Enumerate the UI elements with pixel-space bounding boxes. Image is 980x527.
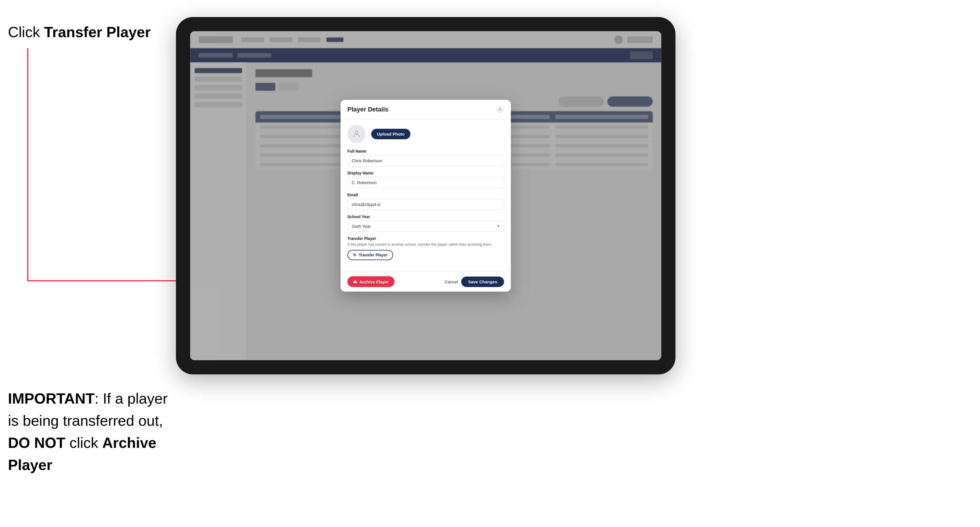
instruction-bold: Transfer Player (44, 24, 151, 40)
cancel-button[interactable]: Cancel (445, 279, 458, 284)
school-year-label: School Year (347, 214, 504, 219)
player-details-modal: Player Details × (340, 100, 511, 292)
modal-overlay: Player Details × (190, 31, 661, 360)
modal-close-button[interactable]: × (496, 105, 504, 113)
archive-player-button[interactable]: ⏏ Archive Player (347, 276, 395, 287)
player-avatar (347, 125, 366, 143)
svg-point-0 (355, 131, 358, 134)
do-not-label: DO NOT (8, 435, 65, 451)
transfer-section-label: Transfer Player (347, 236, 504, 241)
display-name-label: Display Name (347, 171, 504, 175)
transfer-section-description: If this player has moved to another scho… (347, 242, 504, 247)
transfer-player-section: Transfer Player If this player has moved… (347, 236, 504, 260)
tablet-device: Player Details × (176, 17, 676, 375)
transfer-button-label: Transfer Player (359, 253, 387, 257)
instruction-bottom: IMPORTANT: If a player is being transfer… (8, 387, 173, 476)
annotation-line-vertical (27, 48, 29, 281)
display-name-input[interactable] (347, 177, 504, 188)
instruction-prefix: Click (8, 24, 44, 40)
instruction-text2: click (65, 435, 102, 451)
email-label: Email (347, 193, 504, 197)
transfer-player-button[interactable]: ↻ Transfer Player (347, 250, 393, 260)
full-name-group: Full Name (347, 149, 504, 166)
modal-header: Player Details × (340, 100, 511, 119)
full-name-label: Full Name (347, 149, 504, 154)
transfer-icon: ↻ (353, 253, 356, 257)
archive-icon: ⏏ (353, 279, 357, 284)
email-group: Email (347, 193, 504, 210)
full-name-input[interactable] (347, 155, 504, 166)
display-name-group: Display Name (347, 171, 504, 188)
tablet-screen: Player Details × (190, 31, 661, 360)
modal-title: Player Details (347, 106, 388, 113)
modal-footer: ⏏ Archive Player Cancel Save Changes (340, 271, 511, 292)
save-changes-button[interactable]: Save Changes (461, 276, 504, 287)
modal-body: Upload Photo Full Name Display Name (340, 119, 511, 271)
school-year-group: School Year Sixth Year ▼ (347, 214, 504, 232)
photo-row: Upload Photo (347, 125, 504, 143)
email-input[interactable] (347, 199, 504, 210)
close-icon: × (499, 107, 501, 112)
upload-photo-button[interactable]: Upload Photo (371, 129, 410, 139)
important-label: IMPORTANT (8, 390, 94, 407)
instruction-top: Click Transfer Player (8, 23, 151, 42)
archive-button-label: Archive Player (359, 279, 389, 284)
school-year-select-wrapper: Sixth Year ▼ (347, 221, 504, 232)
school-year-select[interactable]: Sixth Year (347, 221, 504, 232)
